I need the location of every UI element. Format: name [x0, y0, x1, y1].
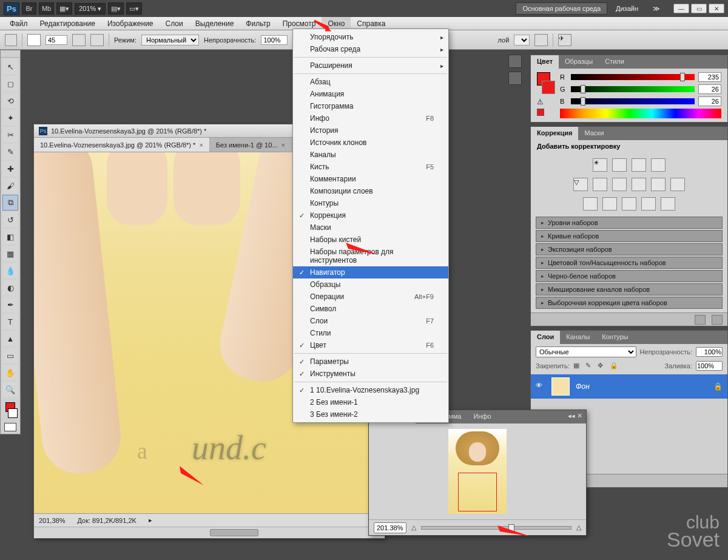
blend-mode-select[interactable]: Обычные [536, 346, 636, 357]
visibility-icon[interactable]: 👁 [536, 382, 545, 391]
preset-row[interactable]: ▸Уровни наборов [536, 217, 723, 229]
shape-tool[interactable]: ▭ [2, 348, 18, 363]
tab-masks[interactable]: Маски [578, 127, 610, 140]
zoom-level[interactable]: 201% ▾ [75, 3, 106, 15]
menu-brush-presets[interactable]: Наборы кистей [293, 234, 448, 246]
clone-stamp-tool[interactable]: ⧉ [2, 195, 18, 211]
bridge-button[interactable]: Br [22, 2, 36, 15]
menu-navigator[interactable]: Навигатор [293, 266, 448, 278]
marquee-tool[interactable]: ◻ [2, 76, 18, 92]
balance-icon[interactable] [612, 178, 627, 191]
g-slider[interactable] [571, 86, 695, 92]
blend-mode-select[interactable]: Нормальный [141, 35, 199, 46]
menu-file[interactable]: Файл [4, 17, 34, 30]
ignore-adj-button[interactable] [534, 34, 548, 46]
menu-brush[interactable]: КистьF5 [293, 161, 448, 173]
menu-filter[interactable]: Фильтр [240, 17, 276, 30]
gradient-map-icon[interactable] [641, 197, 656, 211]
menu-edit[interactable]: Редактирование [34, 17, 101, 30]
navigator-view-box[interactable] [458, 473, 497, 511]
history-brush-tool[interactable]: ↺ [2, 212, 18, 228]
workspace-more-button[interactable]: ≫ [647, 3, 666, 15]
brush-size-input[interactable] [46, 35, 67, 45]
preset-row[interactable]: ▸Кривые наборов [536, 230, 723, 242]
layer-opacity-input[interactable] [696, 347, 723, 357]
gamut-warning-icon[interactable]: ⚠ [537, 98, 545, 106]
menu-layer[interactable]: Слои [160, 17, 189, 30]
status-arrow-icon[interactable]: ▸ [149, 516, 152, 524]
menu-window[interactable]: Окно [322, 17, 351, 30]
menu-character[interactable]: Символ [293, 303, 448, 315]
tab-channels[interactable]: Каналы [560, 331, 596, 344]
layer-name[interactable]: Фон [576, 382, 590, 391]
close-button[interactable]: ✕ [709, 4, 724, 13]
pen-tool[interactable]: ✒ [2, 297, 18, 312]
menu-color[interactable]: ЦветF6 [293, 339, 448, 351]
tab-info[interactable]: Инфо [467, 410, 497, 423]
tool-preset-picker[interactable] [5, 34, 17, 46]
sample-layer-select[interactable] [514, 35, 530, 46]
eyedropper-tool[interactable]: ✎ [2, 144, 18, 160]
photo-filter-icon[interactable] [651, 178, 666, 191]
layer-fill-input[interactable] [696, 361, 723, 371]
clip-toggle-icon[interactable] [695, 315, 706, 325]
close-tab-icon[interactable]: × [199, 141, 203, 149]
zoom-tool[interactable]: 🔍 [2, 382, 18, 397]
opacity-input[interactable] [261, 35, 288, 45]
lasso-tool[interactable]: ⟲ [2, 93, 18, 109]
menu-animation[interactable]: Анимация [293, 88, 448, 100]
eraser-tool[interactable]: ◧ [2, 229, 18, 245]
lock-position-icon[interactable]: ✥ [598, 362, 606, 370]
menu-image[interactable]: Изображение [101, 17, 160, 30]
quickmask-toggle[interactable] [4, 423, 16, 431]
menu-paragraph[interactable]: Абзац [293, 76, 448, 88]
navigator-zoom-input[interactable] [374, 522, 406, 533]
levels-icon[interactable] [612, 158, 627, 172]
dodge-tool[interactable]: ◐ [2, 280, 18, 295]
trash-icon[interactable] [712, 315, 723, 325]
move-tool[interactable]: ↖ [2, 59, 18, 75]
layer-thumbnail[interactable] [551, 377, 570, 396]
menu-extensions[interactable]: Расширения [293, 59, 448, 72]
menu-window-2[interactable]: 2 Без имени-1 [293, 396, 448, 408]
preset-row[interactable]: ▸Экспозиция наборов [536, 243, 723, 255]
menu-actions[interactable]: ОперацииAlt+F9 [293, 291, 448, 303]
preset-row[interactable]: ▸Выборочная коррекция цвета наборов [536, 297, 723, 309]
menu-arrange[interactable]: Упорядочить [293, 31, 448, 43]
navigator-preview[interactable] [369, 423, 586, 519]
menu-channels[interactable]: Каналы [293, 149, 448, 161]
menu-styles[interactable]: Стили [293, 327, 448, 339]
r-input[interactable] [698, 72, 721, 82]
crop-tool[interactable]: ✂ [2, 127, 18, 143]
maximize-button[interactable]: ▭ [691, 4, 707, 13]
menu-layer-comps[interactable]: Композиции слоев [293, 185, 448, 197]
gradient-tool[interactable]: ▦ [2, 246, 18, 261]
navigator-thumbnail[interactable] [448, 429, 507, 514]
arrange-docs-button[interactable]: ▤▾ [108, 2, 124, 15]
tab-swatches[interactable]: Образцы [559, 55, 599, 69]
status-zoom[interactable]: 201,38% [39, 517, 65, 524]
preset-row[interactable]: ▸Микширование каналов наборов [536, 283, 723, 295]
menu-workspace[interactable]: Рабочая среда [293, 43, 448, 55]
g-input[interactable] [698, 84, 721, 94]
selective-color-icon[interactable] [661, 197, 675, 211]
workspace-main-button[interactable]: Основная рабочая среда [516, 2, 607, 15]
menu-layers[interactable]: СлоиF7 [293, 315, 448, 327]
menu-window-3[interactable]: 3 Без имени-2 [293, 408, 448, 420]
healing-tool[interactable]: ✚ [2, 161, 18, 177]
panel-menu-icon[interactable]: ◂◂ ✕ [564, 410, 586, 423]
menu-paths[interactable]: Контуры [293, 197, 448, 209]
brush-picker-button[interactable] [72, 34, 86, 46]
invert-icon[interactable] [583, 197, 598, 211]
minibridge-button[interactable]: Mb [39, 2, 54, 15]
blur-tool[interactable]: 💧 [2, 263, 18, 278]
menu-options[interactable]: Параметры [293, 356, 448, 368]
brush-panel-button[interactable] [90, 34, 104, 46]
menu-window-1[interactable]: 1 10.Evelina-Voznesenskaya3.jpg [293, 384, 448, 396]
color-bg-swatch[interactable] [542, 81, 555, 94]
tab-paths[interactable]: Контуры [596, 331, 634, 344]
lock-paint-icon[interactable]: ✎ [585, 362, 594, 370]
document-tab-2[interactable]: Без имени-1 @ 10...× [210, 138, 292, 152]
menu-select[interactable]: Выделение [189, 17, 240, 30]
path-select-tool[interactable]: ▲ [2, 331, 18, 346]
